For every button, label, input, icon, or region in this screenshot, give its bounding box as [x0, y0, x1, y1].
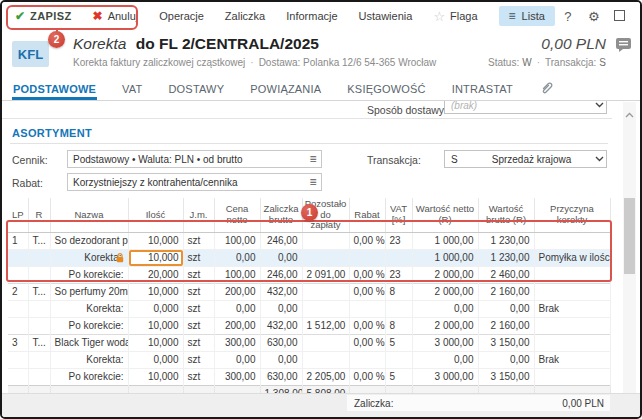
cell-vat[interactable]: 23 [385, 266, 412, 283]
cell-lp[interactable]: 2 [8, 283, 28, 300]
table-row[interactable]: Korekta:0,000szt0,000,000,000,00Brak [8, 300, 610, 317]
tab-dostawy[interactable]: DOSTAWY [167, 80, 225, 100]
menu-operacje[interactable]: Operacje [159, 10, 204, 22]
cell-rabat[interactable]: 0,00 % [349, 232, 385, 249]
table-row[interactable]: 2T...So perfumy 20ml10,000szt200,00432,0… [8, 283, 610, 300]
cell-wartosc-netto[interactable]: 3 000,00 [412, 334, 478, 351]
cell-jm[interactable]: szt [183, 232, 214, 249]
cell-przyczyna-korekty[interactable]: Pomyłka w ilości [534, 249, 610, 266]
cell-r[interactable] [28, 368, 50, 385]
comment-icon[interactable] [615, 37, 632, 56]
cell-pozostalo-do-zaplaty[interactable] [302, 232, 349, 249]
cell-cena-netto[interactable]: 100,00 [214, 232, 260, 249]
tab-podstawowe[interactable]: PODSTAWOWE [12, 80, 97, 100]
cell-rabat[interactable] [349, 300, 385, 317]
tab-intrastat[interactable]: INTRASTAT [451, 80, 514, 100]
cell-pozostalo-do-zaplaty[interactable] [302, 283, 349, 300]
cell-pozostalo-do-zaplaty[interactable] [302, 300, 349, 317]
cell-nazwa[interactable]: Po korekcie: [50, 266, 128, 283]
tab-ksiegowosc[interactable]: KSIĘGOWOŚĆ [346, 80, 426, 100]
cell-zaliczka-brutto[interactable]: 0,00 [260, 300, 302, 317]
cell-r[interactable] [28, 351, 50, 368]
cell-r[interactable]: T... [28, 334, 50, 351]
cancel-button[interactable]: ✖ Anuluj [93, 9, 139, 23]
cell-ilosc[interactable]: 10,000 [128, 232, 183, 249]
cell-wartosc-brutto[interactable]: 0,00 [478, 351, 534, 368]
menu-lines-icon[interactable]: ≡ [305, 152, 321, 166]
cell-ilosc[interactable]: 10,000 [128, 283, 183, 300]
cell-przyczyna-korekty[interactable] [534, 334, 610, 351]
cell-wartosc-brutto[interactable]: 3 150,00 [478, 334, 534, 351]
cell-jm[interactable]: szt [183, 317, 214, 334]
vertical-scrollbar[interactable] [623, 102, 636, 393]
cell-nazwa[interactable]: Korekta: [50, 300, 128, 317]
cennik-field[interactable]: Podstawowy • Waluta: PLN • od brutto ≡ [67, 150, 322, 168]
cell-pozostalo-do-zaplaty[interactable]: 1 512,00 [302, 317, 349, 334]
cell-vat[interactable] [385, 351, 412, 368]
cell-zaliczka-brutto[interactable]: 432,00 [260, 317, 302, 334]
cell-nazwa[interactable]: Po korekcie: [50, 317, 128, 334]
paperclip-icon[interactable] [540, 81, 553, 97]
cell-zaliczka-brutto[interactable]: 246,00 [260, 232, 302, 249]
save-button[interactable]: ✔ ZAPISZ [15, 9, 72, 23]
cell-pozostalo-do-zaplaty[interactable] [302, 249, 349, 266]
table-row[interactable]: Po korekcie:10,000szt300,00630,002 205,0… [8, 368, 610, 385]
cell-cena-netto[interactable]: 100,00 [214, 266, 260, 283]
cell-ilosc[interactable]: 20,000 [128, 266, 183, 283]
cell-r[interactable] [28, 249, 50, 266]
cell-jm[interactable]: szt [183, 334, 214, 351]
cell-wartosc-netto[interactable]: 3 000,00 [412, 368, 478, 385]
cell-wartosc-netto[interactable]: 1 000,00 [412, 232, 478, 249]
column-header-r[interactable]: R [28, 198, 50, 232]
cell-zaliczka-brutto[interactable]: 630,00 [260, 368, 302, 385]
cell-r[interactable]: T... [28, 232, 50, 249]
cell-cena-netto[interactable]: 300,00 [214, 334, 260, 351]
cell-rabat[interactable]: 0,00 % [349, 368, 385, 385]
column-header-jm[interactable]: J.m. [183, 198, 214, 232]
cell-lp[interactable] [8, 351, 28, 368]
cell-rabat[interactable]: 0,00 % [349, 334, 385, 351]
column-header-vat[interactable]: VAT [%] [385, 198, 412, 232]
menu-ustawienia[interactable]: Ustawienia [359, 10, 413, 22]
gear-icon[interactable]: ⚙ [581, 9, 607, 24]
cell-przyczyna-korekty[interactable] [534, 368, 610, 385]
tab-powiazania[interactable]: POWIĄZANIA [249, 80, 322, 100]
transakcja-select[interactable]: S Sprzedaż krajowa [444, 150, 607, 168]
cell-jm[interactable]: szt [183, 283, 214, 300]
cell-r[interactable]: T... [28, 283, 50, 300]
table-row[interactable]: 1T...So dezodorant pe...10,000szt100,002… [8, 232, 610, 249]
cell-vat[interactable]: 5 [385, 334, 412, 351]
cell-nazwa[interactable]: Po korekcie: [50, 368, 128, 385]
cell-ilosc[interactable]: 10,000 [128, 317, 183, 334]
cell-nazwa[interactable]: So perfumy 20ml [50, 283, 128, 300]
cell-wartosc-brutto[interactable]: 1 230,00 [478, 232, 534, 249]
cell-pozostalo-do-zaplaty[interactable] [302, 334, 349, 351]
cell-jm[interactable]: szt [183, 266, 214, 283]
cell-przyczyna-korekty[interactable] [534, 266, 610, 283]
cell-rabat[interactable]: 0,00 % [349, 283, 385, 300]
cell-wartosc-brutto[interactable]: 1 230,00 [478, 249, 534, 266]
cell-nazwa[interactable]: Korekta: [50, 351, 128, 368]
cell-przyczyna-korekty[interactable] [534, 317, 610, 334]
cell-ilosc[interactable]: 0,000 [128, 300, 183, 317]
tab-vat[interactable]: VAT [121, 80, 143, 100]
cell-pozostalo-do-zaplaty[interactable]: 2 205,00 [302, 368, 349, 385]
cell-nazwa[interactable]: So dezodorant pe... [50, 232, 128, 249]
cell-nazwa[interactable]: Black Tiger woda... [50, 334, 128, 351]
cell-wartosc-netto[interactable]: 0,00 [412, 300, 478, 317]
cell-przyczyna-korekty[interactable] [534, 283, 610, 300]
column-header-zaliczka-brutto[interactable]: Zaliczka brutto [260, 198, 302, 232]
scroll-up-icon[interactable] [623, 104, 636, 122]
cell-przyczyna-korekty[interactable] [534, 232, 610, 249]
cell-pozostalo-do-zaplaty[interactable]: 2 091,00 [302, 266, 349, 283]
column-header-nazwa[interactable]: Nazwa [50, 198, 128, 232]
maximize-icon[interactable] [607, 9, 633, 24]
cell-vat[interactable] [385, 300, 412, 317]
cell-ilosc[interactable]: 10,000 [128, 334, 183, 351]
cell-ilosc[interactable]: 0,000 [128, 351, 183, 368]
column-header-lp[interactable]: LP [8, 198, 28, 232]
cell-cena-netto[interactable]: 200,00 [214, 283, 260, 300]
close-icon[interactable]: × [633, 8, 642, 25]
cell-przyczyna-korekty[interactable]: Brak [534, 351, 610, 368]
column-header-cena-netto[interactable]: Cena netto [214, 198, 260, 232]
